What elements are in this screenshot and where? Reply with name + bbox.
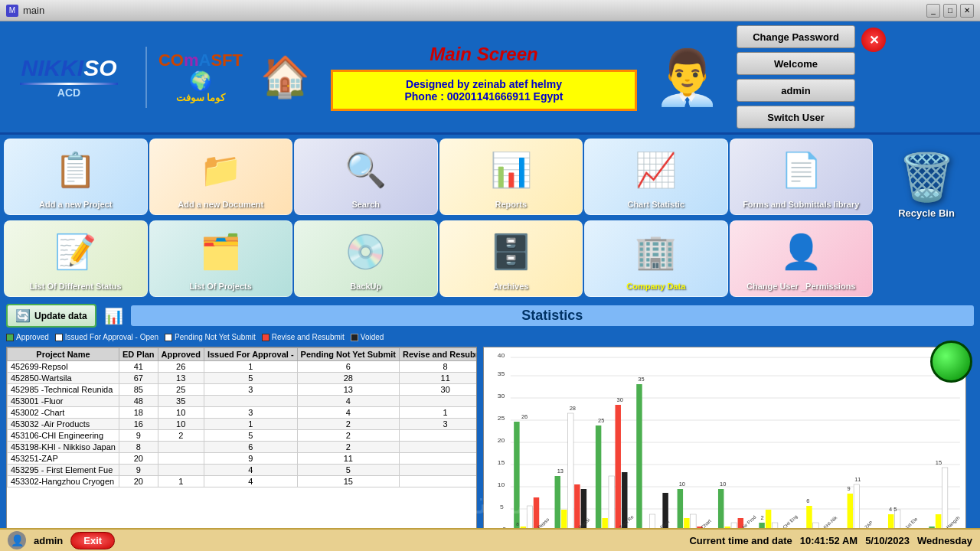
table-cell: 1 bbox=[204, 419, 297, 430]
backup-button[interactable]: 💿 BackUp bbox=[294, 220, 438, 297]
chart-statistic-button[interactable]: 📈 Chart Statistic bbox=[584, 139, 728, 215]
backup-label: BackUp bbox=[350, 282, 381, 291]
table-cell: 5 bbox=[204, 373, 297, 384]
legend-voided-dot bbox=[351, 334, 358, 341]
table-cell: 453001 -Fluor bbox=[8, 396, 119, 407]
recycle-bin-icon: 🗑️ bbox=[898, 150, 956, 204]
svg-text:11: 11 bbox=[854, 476, 861, 483]
archives-label: Archives bbox=[493, 282, 528, 291]
svg-text:28: 28 bbox=[570, 405, 576, 412]
bar-approved-1 bbox=[555, 476, 560, 531]
table-cell: 28 bbox=[297, 373, 399, 384]
window-controls: _ □ ✕ bbox=[926, 4, 974, 18]
table-row: 453251-ZAP20911 bbox=[8, 453, 478, 465]
switch-user-button[interactable]: Switch User bbox=[737, 106, 855, 129]
exit-button[interactable]: Exit bbox=[70, 532, 115, 549]
green-circle-decoration bbox=[930, 341, 972, 383]
list-projects-icon: 🗂️ bbox=[194, 225, 247, 279]
table-cell: 3 bbox=[204, 407, 297, 419]
svg-text:15: 15 bbox=[498, 459, 505, 466]
list-status-label: List Of Different Status bbox=[30, 282, 122, 291]
table-cell: 10 bbox=[158, 419, 204, 430]
legend-approved-dot bbox=[6, 334, 14, 341]
header: NIKKISO ACD COmASFT 🌍 كوما سوفت 🏠 Main S… bbox=[0, 21, 980, 135]
table-cell: 453251-ZAP bbox=[8, 453, 119, 465]
recycle-bin-label: Recycle Bin bbox=[898, 207, 955, 219]
company-data-button[interactable]: 🏢 Company Data bbox=[584, 220, 728, 297]
col-revise: Revise and Resubmit bbox=[400, 348, 477, 361]
table-row: 453106-CHI Engineering9252 bbox=[8, 430, 478, 442]
user-permissions-button[interactable]: 👤 Change User _Permissions bbox=[730, 220, 874, 297]
icons-row-1: 📋 Add a new Project 📁 Add a new Document… bbox=[0, 135, 877, 219]
maximize-button[interactable]: □ bbox=[943, 4, 957, 18]
update-data-button[interactable]: 🔄 Update data bbox=[6, 304, 96, 328]
minimize-button[interactable]: _ bbox=[926, 4, 940, 18]
recycle-bin-button[interactable]: 🗑️ Recycle Bin bbox=[890, 142, 963, 227]
table-row: 453295 - First Element Fue945 bbox=[8, 465, 478, 476]
table-cell: 67 bbox=[119, 373, 158, 384]
legend-issued: Issued For Approval - Open bbox=[55, 333, 158, 341]
table-cell: 9 bbox=[119, 465, 158, 476]
svg-text:6: 6 bbox=[806, 497, 809, 504]
bar-pending-1 bbox=[568, 413, 573, 531]
forms-library-label: Forms and Submittals library bbox=[743, 200, 859, 209]
legend-voided-label: Voided bbox=[361, 333, 384, 341]
table-row: 453001 -Fluor483549 bbox=[8, 396, 478, 407]
table-cell: 35 bbox=[158, 396, 204, 407]
bar-chart-svg: 0 5 10 15 20 25 30 35 40 bbox=[488, 351, 962, 535]
legend-issued-label: Issued For Approval - Open bbox=[65, 333, 158, 341]
table-cell bbox=[400, 396, 477, 407]
data-table-container: Project Name ED Plan Approved Issued For… bbox=[6, 347, 477, 540]
legend-voided: Voided bbox=[351, 333, 384, 341]
table-cell: 9 bbox=[119, 430, 158, 442]
table-cell: 453302-Hangzhou Cryogen bbox=[8, 476, 119, 487]
reports-button[interactable]: 📊 Reports bbox=[439, 139, 583, 215]
nikkiso-sub: ACD bbox=[8, 86, 130, 99]
table-cell: 26 bbox=[158, 361, 204, 373]
legend-approved-label: Approved bbox=[16, 333, 49, 341]
add-document-button[interactable]: 📁 Add a new Document bbox=[149, 139, 293, 215]
list-status-button[interactable]: 📝 List Of Different Status bbox=[4, 220, 148, 297]
search-button[interactable]: 🔍 Search bbox=[294, 139, 438, 215]
svg-text:20: 20 bbox=[498, 437, 505, 444]
close-x-button[interactable]: ✕ bbox=[861, 28, 886, 52]
col-approved: Approved bbox=[158, 348, 204, 361]
forms-library-button[interactable]: 📄 Forms and Submittals library bbox=[730, 139, 874, 215]
table-body: 452699-Repsol4126168452850-Wartsila67135… bbox=[8, 361, 478, 487]
bar-issued-8 bbox=[848, 494, 853, 531]
table-row: 453032 -Air Products1610123 bbox=[8, 419, 478, 430]
chart-container: 0 5 10 15 20 25 30 35 40 bbox=[483, 347, 966, 540]
table-cell: 452850-Wartsila bbox=[8, 373, 119, 384]
table-cell: 48 bbox=[119, 396, 158, 407]
archives-button[interactable]: 🗄️ Archives bbox=[439, 220, 583, 297]
list-projects-button[interactable]: 🗂️ List Of Projects bbox=[149, 220, 293, 297]
close-button[interactable]: ✕ bbox=[960, 4, 974, 18]
app-icon: M bbox=[6, 5, 18, 17]
list-projects-label: List Of Projects bbox=[190, 282, 252, 291]
legend-pending: Pending Not Yet Submit bbox=[165, 333, 256, 341]
avatar: 👨‍💼 bbox=[652, 51, 721, 104]
table-cell: 4 bbox=[297, 407, 399, 419]
icons-row-2: 📝 List Of Different Status 🗂️ List Of Pr… bbox=[0, 219, 877, 301]
table-cell: 2 bbox=[297, 442, 399, 453]
table-cell: 11 bbox=[297, 453, 399, 465]
svg-text:10: 10 bbox=[498, 481, 505, 488]
table-cell bbox=[400, 430, 477, 442]
search-label: Search bbox=[351, 200, 380, 209]
table-cell: 4 bbox=[204, 465, 297, 476]
avatar-area: 👨‍💼 bbox=[652, 51, 721, 104]
add-project-button[interactable]: 📋 Add a new Project bbox=[4, 139, 148, 215]
table-cell bbox=[158, 453, 204, 465]
user-permissions-label: Change User _Permissions bbox=[746, 282, 855, 291]
svg-text:13: 13 bbox=[557, 468, 564, 474]
nikkiso-text-white: SO bbox=[83, 55, 116, 81]
archives-icon: 🗄️ bbox=[484, 225, 537, 279]
chart-decoration-icon: 📊 bbox=[104, 307, 123, 325]
table-cell: 5 bbox=[297, 465, 399, 476]
backup-icon: 💿 bbox=[339, 225, 393, 279]
table-cell: 3 bbox=[204, 384, 297, 396]
table-cell: 3 bbox=[400, 419, 477, 430]
change-password-button[interactable]: Change Password bbox=[737, 25, 855, 48]
reports-icon: 📊 bbox=[484, 143, 537, 197]
table-cell: 1 bbox=[158, 476, 204, 487]
